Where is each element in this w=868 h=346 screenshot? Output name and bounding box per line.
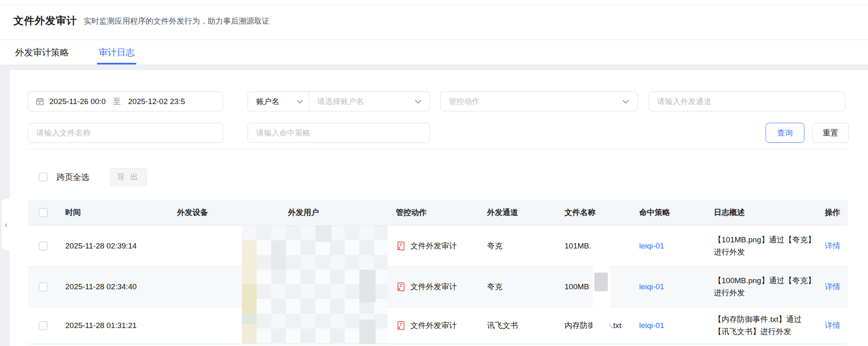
top-divider	[0, 4, 868, 5]
page-subtitle: 实时监测应用程序的文件外发行为，助力事后溯源取证	[84, 16, 270, 27]
account-name-placeholder: 请选择账户名	[317, 96, 364, 107]
redacted-content-mosaic	[242, 226, 388, 344]
date-range-separator: 至	[113, 96, 121, 107]
collapse-panel-handle[interactable]: ‹	[2, 199, 11, 250]
row-checkbox[interactable]	[39, 242, 48, 251]
hit-policy-link[interactable]: leiqi-01	[639, 282, 664, 291]
col-header-user: 外发用户	[288, 207, 396, 218]
calendar-icon	[35, 97, 44, 106]
row-checkbox[interactable]	[39, 282, 48, 291]
select-all-pages-label: 跨页全选	[57, 172, 89, 183]
chevron-down-icon	[415, 100, 421, 104]
tab-bar: 外发审计策略 审计日志	[13, 40, 136, 64]
floating-scrollbar[interactable]	[593, 256, 610, 336]
col-header-summary: 日志概述	[714, 206, 825, 219]
table-header-row: 时间 外发设备 外发用户 管控动作 外发通道 文件名称 命中策略 日志概述 操作	[28, 200, 848, 226]
file-name-input[interactable]: 请输入文件名称	[28, 123, 223, 143]
page-title: 文件外发审计	[13, 14, 77, 27]
cell-action-label: 文件外发审计	[410, 320, 457, 331]
cell-log-summary: 【内存防御事件.txt】通过【讯飞文书】进行外发	[714, 313, 825, 338]
filter-divider	[28, 149, 849, 149]
control-action-select[interactable]: 管控动作	[440, 91, 638, 111]
detail-link[interactable]: 详情	[825, 321, 840, 330]
hit-policy-link[interactable]: leiqi-01	[639, 242, 664, 250]
tab-audit-log[interactable]: 审计日志	[97, 40, 136, 64]
account-type-select[interactable]: 账户名	[248, 92, 309, 111]
col-header-device: 外发设备	[177, 207, 288, 218]
file-audit-icon	[396, 320, 406, 331]
cell-channel: 讯飞文书	[487, 320, 565, 331]
cell-log-summary: 【101MB.png】通过【夸克】进行外发	[714, 234, 825, 258]
chevron-left-icon: ‹	[5, 220, 8, 229]
page-header: 文件外发审计 实时监测应用程序的文件外发行为，助力事后溯源取证 外发审计策略 审…	[0, 0, 868, 64]
table-row: 2025-11-28 01:31:21 文件外发审计 讯飞文书 内存防御事件.t…	[28, 307, 848, 344]
col-header-time: 时间	[65, 207, 177, 218]
col-header-operation: 操作	[825, 207, 848, 218]
channel-input-placeholder: 请输入外发通道	[657, 96, 711, 107]
cell-channel: 夸克	[487, 241, 565, 251]
cell-time: 2025-11-28 02:39:14	[65, 242, 177, 251]
reset-button[interactable]: 重置	[812, 123, 849, 143]
audit-log-table: 时间 外发设备 外发用户 管控动作 外发通道 文件名称 命中策略 日志概述 操作…	[28, 200, 848, 345]
scrollbar-thumb[interactable]	[594, 273, 608, 291]
cell-time: 2025-11-28 02:34:40	[65, 282, 177, 291]
file-audit-icon	[396, 282, 406, 292]
detail-link[interactable]: 详情	[825, 242, 840, 250]
query-button[interactable]: 查询	[766, 123, 804, 143]
table-row-clipped	[28, 344, 848, 345]
date-end-value[interactable]: 2025-12-02 23:5	[128, 97, 185, 106]
cell-file-name: 101MB.	[565, 242, 639, 251]
audit-log-panel: 2025-11-26 00:0 至 2025-12-02 23:5 账户名 请选…	[10, 70, 868, 346]
select-all-pages-checkbox[interactable]	[39, 173, 48, 182]
col-header-channel: 外发通道	[487, 207, 565, 218]
file-audit-icon	[396, 241, 406, 251]
cell-action-label: 文件外发审计	[410, 241, 457, 251]
channel-input[interactable]: 请输入外发通道	[649, 91, 845, 111]
account-type-value: 账户名	[256, 96, 279, 107]
account-filter-group: 账户名 请选择账户名	[248, 91, 430, 111]
detail-link[interactable]: 详情	[825, 282, 840, 291]
hit-policy-link[interactable]: leiqi-01	[639, 321, 664, 330]
table-row: 2025-11-28 02:34:40 文件外发审计 夸克 100MB leiq…	[28, 266, 848, 307]
date-range-picker[interactable]: 2025-11-26 00:0 至 2025-12-02 23:5	[28, 91, 223, 111]
chevron-down-icon	[297, 100, 303, 104]
select-page-checkbox[interactable]	[39, 208, 48, 217]
cell-action-label: 文件外发审计	[410, 282, 457, 292]
cell-time: 2025-11-28 01:31:21	[65, 321, 177, 330]
col-header-file: 文件名称	[565, 207, 639, 218]
col-header-policy: 命中策略	[639, 207, 714, 218]
control-action-placeholder: 管控动作	[449, 96, 480, 107]
cell-log-summary: 【100MB.png】通过【夸克】进行外发	[714, 275, 825, 299]
date-start-value[interactable]: 2025-11-26 00:0	[49, 97, 106, 106]
row-checkbox[interactable]	[39, 321, 48, 330]
col-header-action: 管控动作	[396, 207, 487, 218]
file-name-placeholder: 请输入文件名称	[36, 128, 91, 138]
tab-outgoing-audit-policy[interactable]: 外发审计策略	[13, 40, 71, 64]
hit-policy-placeholder: 请输入命中策略	[256, 128, 310, 138]
cell-channel: 夸克	[487, 282, 565, 292]
table-row: 2025-11-28 02:39:14 文件外发审计 夸克 101MB. lei…	[28, 226, 848, 266]
chevron-down-icon	[622, 100, 629, 104]
hit-policy-input[interactable]: 请输入命中策略	[248, 123, 430, 143]
account-name-select[interactable]: 请选择账户名	[309, 92, 430, 111]
export-button[interactable]: 导 出	[110, 168, 147, 186]
